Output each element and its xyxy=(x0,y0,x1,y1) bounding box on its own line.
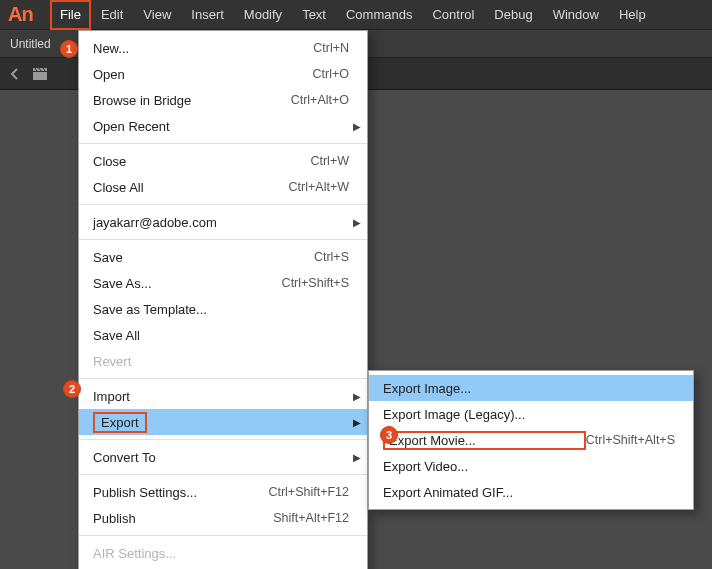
file-account[interactable]: jayakarr@adobe.com▶ xyxy=(79,209,367,235)
file-save-all[interactable]: Save All xyxy=(79,322,367,348)
menu-commands[interactable]: Commands xyxy=(336,0,422,30)
menu-shortcut: Ctrl+Alt+W xyxy=(289,180,349,194)
menu-label: Publish Settings... xyxy=(93,485,268,500)
menubar: An File Edit View Insert Modify Text Com… xyxy=(0,0,712,30)
menu-label: Publish xyxy=(93,511,273,526)
menu-label: Export Movie... xyxy=(383,431,586,450)
menu-label: Browse in Bridge xyxy=(93,93,291,108)
menu-label: Save xyxy=(93,250,314,265)
document-tab[interactable]: Untitled xyxy=(10,37,51,51)
export-animated-gif[interactable]: Export Animated GIF... xyxy=(369,479,693,505)
svg-rect-0 xyxy=(33,72,47,80)
menu-separator xyxy=(79,439,367,440)
menu-label: Export Image (Legacy)... xyxy=(383,407,675,422)
scene-clapper-icon[interactable] xyxy=(32,67,48,81)
menu-shortcut: Ctrl+Shift+S xyxy=(282,276,349,290)
menu-label: Export Video... xyxy=(383,459,675,474)
menu-shortcut: Shift+Alt+F12 xyxy=(273,511,349,525)
menu-label: New... xyxy=(93,41,313,56)
menu-label: Export Image... xyxy=(383,381,675,396)
menu-label: Open Recent xyxy=(93,119,349,134)
file-menu-dropdown: New...Ctrl+N OpenCtrl+O Browse in Bridge… xyxy=(78,30,368,569)
menu-label: jayakarr@adobe.com xyxy=(93,215,349,230)
file-save-as[interactable]: Save As...Ctrl+Shift+S xyxy=(79,270,367,296)
menu-separator xyxy=(79,204,367,205)
menu-label: Save All xyxy=(93,328,349,343)
menu-shortcut: Ctrl+Shift+F12 xyxy=(268,485,349,499)
file-open-recent[interactable]: Open Recent▶ xyxy=(79,113,367,139)
app-logo: An xyxy=(8,3,50,26)
menu-shortcut: Ctrl+W xyxy=(310,154,349,168)
annotation-badge-3: 3 xyxy=(380,426,398,444)
file-browse-bridge[interactable]: Browse in BridgeCtrl+Alt+O xyxy=(79,87,367,113)
menu-separator xyxy=(79,143,367,144)
menu-shortcut: Ctrl+N xyxy=(313,41,349,55)
file-import[interactable]: Import▶ xyxy=(79,383,367,409)
file-publish[interactable]: PublishShift+Alt+F12 xyxy=(79,505,367,531)
menu-modify[interactable]: Modify xyxy=(234,0,292,30)
chevron-right-icon: ▶ xyxy=(353,452,361,463)
menu-label: Revert xyxy=(93,354,349,369)
export-submenu: Export Image... Export Image (Legacy)...… xyxy=(368,370,694,510)
export-movie[interactable]: Export Movie...Ctrl+Shift+Alt+S xyxy=(369,427,693,453)
menu-label: Export xyxy=(101,415,139,430)
menu-label: Open xyxy=(93,67,313,82)
file-convert-to[interactable]: Convert To▶ xyxy=(79,444,367,470)
menu-label: Save As... xyxy=(93,276,282,291)
file-revert: Revert xyxy=(79,348,367,374)
menu-separator xyxy=(79,239,367,240)
menu-label: Close xyxy=(93,154,310,169)
chevron-right-icon: ▶ xyxy=(353,217,361,228)
chevron-right-icon: ▶ xyxy=(353,417,361,428)
back-arrow-icon[interactable] xyxy=(8,67,22,81)
annotation-badge-1: 1 xyxy=(60,40,78,58)
file-open[interactable]: OpenCtrl+O xyxy=(79,61,367,87)
menu-shortcut: Ctrl+S xyxy=(314,250,349,264)
menu-shortcut: Ctrl+Alt+O xyxy=(291,93,349,107)
menu-insert[interactable]: Insert xyxy=(181,0,234,30)
menu-help[interactable]: Help xyxy=(609,0,656,30)
menu-view[interactable]: View xyxy=(133,0,181,30)
file-publish-settings[interactable]: Publish Settings...Ctrl+Shift+F12 xyxy=(79,479,367,505)
file-save[interactable]: SaveCtrl+S xyxy=(79,244,367,270)
export-image-legacy[interactable]: Export Image (Legacy)... xyxy=(369,401,693,427)
file-close-all[interactable]: Close AllCtrl+Alt+W xyxy=(79,174,367,200)
file-save-template[interactable]: Save as Template... xyxy=(79,296,367,322)
menu-separator xyxy=(79,535,367,536)
menu-window[interactable]: Window xyxy=(543,0,609,30)
menu-shortcut: Ctrl+O xyxy=(313,67,349,81)
file-air-settings: AIR Settings... xyxy=(79,540,367,566)
file-close[interactable]: CloseCtrl+W xyxy=(79,148,367,174)
file-new[interactable]: New...Ctrl+N xyxy=(79,35,367,61)
chevron-right-icon: ▶ xyxy=(353,391,361,402)
menu-debug[interactable]: Debug xyxy=(484,0,542,30)
menu-label: Export Animated GIF... xyxy=(383,485,675,500)
menu-edit[interactable]: Edit xyxy=(91,0,133,30)
chevron-right-icon: ▶ xyxy=(353,121,361,132)
menu-control[interactable]: Control xyxy=(422,0,484,30)
export-video[interactable]: Export Video... xyxy=(369,453,693,479)
menu-label: AIR Settings... xyxy=(93,546,349,561)
menu-label: Close All xyxy=(93,180,289,195)
export-image[interactable]: Export Image... xyxy=(369,375,693,401)
menu-separator xyxy=(79,474,367,475)
menu-label: Import xyxy=(93,389,349,404)
menu-label: Convert To xyxy=(93,450,349,465)
file-export[interactable]: Export▶ xyxy=(79,409,367,435)
menu-file[interactable]: File xyxy=(50,0,91,30)
menu-text[interactable]: Text xyxy=(292,0,336,30)
annotation-badge-2: 2 xyxy=(63,380,81,398)
menu-label: Save as Template... xyxy=(93,302,349,317)
menu-separator xyxy=(79,378,367,379)
menu-shortcut: Ctrl+Shift+Alt+S xyxy=(586,433,675,447)
